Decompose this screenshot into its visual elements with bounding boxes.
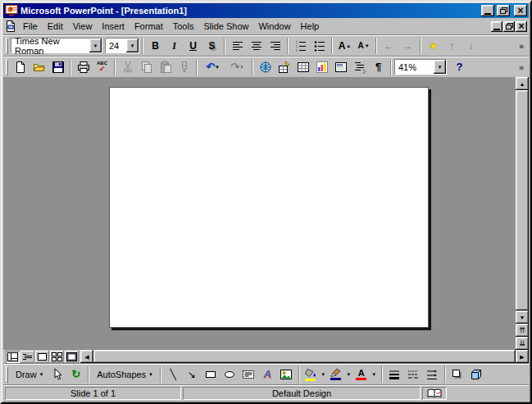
menu-file[interactable]: File	[18, 19, 43, 34]
fill-color-dropdown[interactable]: ▾	[319, 365, 328, 384]
line-color-dropdown[interactable]: ▾	[344, 365, 353, 384]
select-objects-button[interactable]	[48, 365, 66, 384]
autoshapes-menu-button[interactable]: AutoShapes▾	[92, 365, 157, 384]
free-rotate-button[interactable]: ↻	[66, 365, 85, 384]
align-right-button[interactable]	[266, 37, 284, 55]
open-button[interactable]	[30, 58, 48, 76]
align-center-button[interactable]	[247, 37, 266, 55]
line-color-button[interactable]	[328, 365, 344, 384]
doc-close-button[interactable]: ×	[516, 21, 527, 32]
numbering-button[interactable]	[291, 37, 310, 55]
insert-wordart-button[interactable]: A	[258, 365, 277, 384]
paste-button[interactable]	[156, 58, 175, 76]
zoom-combobox[interactable]: 41% ▾	[394, 59, 447, 75]
next-slide-button[interactable]: ⇊	[516, 337, 529, 350]
arrow-style-button[interactable]	[423, 365, 442, 384]
scroll-right-button[interactable]: ▶	[516, 350, 529, 363]
copy-button[interactable]	[137, 58, 156, 76]
insert-hyperlink-button[interactable]	[256, 58, 275, 76]
toolbar-grip[interactable]	[6, 366, 8, 383]
font-name-combobox[interactable]: Times New Roman ▾	[11, 38, 102, 53]
font-name-dropdown-button[interactable]: ▾	[89, 39, 102, 52]
save-button[interactable]	[48, 58, 67, 76]
spelling-status-panel[interactable]	[422, 387, 447, 400]
show-formatting-button[interactable]: ¶	[369, 58, 388, 76]
format-painter-button[interactable]	[175, 58, 193, 76]
menu-insert[interactable]: Insert	[97, 19, 130, 34]
move-down-button[interactable]: ↓	[462, 37, 480, 55]
help-button[interactable]: ?	[450, 58, 469, 76]
vertical-scrollbar[interactable]: ▲ ▼ ⇈ ⇊	[516, 77, 529, 350]
design-template-indicator[interactable]: Default Design	[183, 387, 421, 400]
underline-button[interactable]: U	[184, 37, 202, 55]
print-button[interactable]	[74, 58, 93, 76]
font-color-button[interactable]: A	[353, 365, 370, 384]
font-size-combobox[interactable]: 24 ▾	[105, 38, 139, 53]
decrease-font-size-button[interactable]: A▼	[354, 37, 373, 55]
menu-tools[interactable]: Tools	[168, 19, 199, 34]
more-buttons-chevron[interactable]: »	[516, 37, 527, 55]
vertical-scroll-thumb[interactable]	[516, 90, 529, 311]
shadow-button[interactable]	[448, 365, 467, 384]
menu-format[interactable]: Format	[130, 19, 168, 34]
slide-sorter-view-button[interactable]	[50, 351, 64, 363]
fill-color-button[interactable]	[302, 365, 319, 384]
slide-view-button[interactable]	[35, 351, 49, 363]
insert-table-button[interactable]	[293, 58, 312, 76]
dash-style-button[interactable]	[404, 365, 423, 384]
insert-chart-button[interactable]	[312, 58, 331, 76]
bold-button[interactable]: B	[146, 37, 165, 55]
more-buttons-chevron[interactable]: »	[516, 58, 527, 76]
redo-button[interactable]: ↷▾	[225, 58, 249, 76]
line-style-button[interactable]	[385, 365, 404, 384]
italic-button[interactable]: I	[165, 37, 184, 55]
insert-clip-art-button[interactable]	[277, 365, 296, 384]
menu-view[interactable]: View	[68, 19, 98, 34]
arrow-tool-button[interactable]: ↘	[183, 365, 202, 384]
oval-tool-button[interactable]	[221, 365, 239, 384]
font-color-dropdown[interactable]: ▾	[370, 365, 379, 384]
minimize-button[interactable]	[481, 5, 494, 16]
previous-slide-button[interactable]: ⇈	[516, 324, 529, 337]
menu-window[interactable]: Window	[253, 19, 295, 34]
menu-help[interactable]: Help	[296, 19, 325, 34]
title-bar[interactable]: Microsoft PowerPoint - [Presentation1] ×	[3, 3, 529, 18]
powerpoint-app-icon[interactable]	[5, 4, 18, 17]
tables-and-borders-button[interactable]	[275, 58, 293, 76]
threed-button[interactable]	[467, 365, 486, 384]
menu-edit[interactable]: Edit	[43, 19, 68, 34]
scroll-left-button[interactable]: ◀	[80, 350, 93, 363]
rectangle-tool-button[interactable]	[202, 365, 221, 384]
toolbar-grip[interactable]	[6, 38, 8, 54]
line-tool-button[interactable]: ╲	[164, 365, 183, 384]
undo-button[interactable]: ↶▾	[200, 58, 225, 76]
text-shadow-button[interactable]: S	[202, 37, 221, 55]
align-left-button[interactable]	[228, 37, 247, 55]
presentation-document-icon[interactable]	[5, 20, 16, 32]
scroll-up-button[interactable]: ▲	[516, 77, 529, 90]
font-size-dropdown-button[interactable]: ▾	[126, 39, 139, 52]
slide-show-view-button[interactable]	[65, 351, 79, 363]
close-button[interactable]: ×	[514, 5, 527, 16]
scroll-down-button[interactable]: ▼	[516, 311, 529, 324]
animation-effects-button[interactable]: ★	[424, 37, 443, 55]
demote-button[interactable]: →	[398, 37, 417, 55]
expand-all-button[interactable]	[350, 58, 369, 76]
new-document-button[interactable]	[11, 58, 30, 76]
move-up-button[interactable]: ↑	[443, 37, 462, 55]
normal-view-button[interactable]	[6, 351, 20, 363]
restore-button[interactable]	[497, 5, 510, 16]
zoom-dropdown-button[interactable]: ▾	[434, 60, 446, 74]
horizontal-scrollbar[interactable]: ◀ ▶	[80, 350, 529, 363]
outline-view-button[interactable]	[20, 351, 34, 363]
new-slide-button[interactable]	[331, 58, 350, 76]
bullets-button[interactable]	[310, 37, 329, 55]
doc-restore-button[interactable]	[503, 21, 515, 32]
horizontal-scroll-thumb[interactable]	[93, 350, 516, 363]
slide-canvas[interactable]	[109, 87, 429, 328]
promote-button[interactable]: ←	[380, 37, 398, 55]
increase-font-size-button[interactable]: A▲	[335, 37, 354, 55]
draw-menu-button[interactable]: Draw▾	[11, 365, 48, 384]
cut-button[interactable]	[118, 58, 137, 76]
toolbar-grip[interactable]	[6, 59, 8, 75]
